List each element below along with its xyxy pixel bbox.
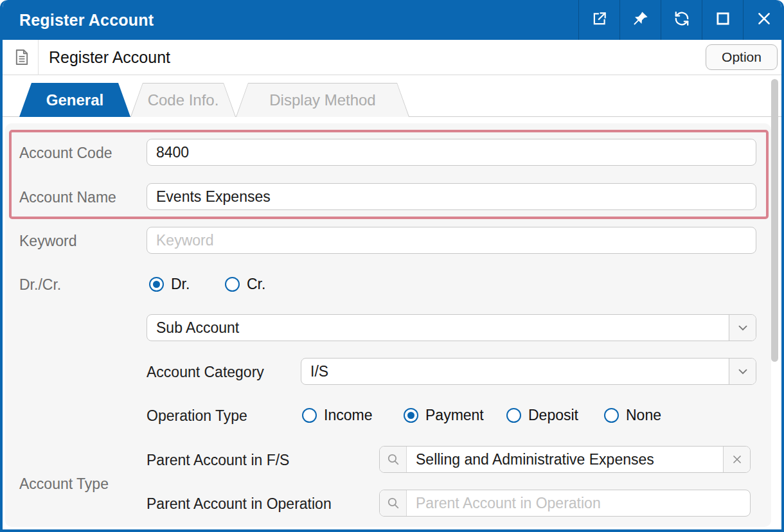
radio-payment-circle — [404, 408, 418, 423]
tab-display-method[interactable]: Display Method — [236, 83, 409, 117]
account-code-field-box — [147, 139, 756, 166]
chevron-down-icon — [729, 315, 756, 341]
radio-dr-circle — [149, 277, 164, 292]
pin-button[interactable] — [619, 0, 661, 40]
radio-deposit-label: Deposit — [528, 407, 578, 424]
window-controls — [578, 0, 784, 40]
page-header: Register Account Option — [3, 40, 781, 75]
register-account-window: Register Account — [0, 0, 784, 532]
tab-bar: General Code Info. Display Method — [3, 76, 781, 117]
keyword-label: Keyword — [19, 233, 76, 250]
chevron-down-icon — [729, 359, 756, 384]
title-bar: Register Account — [0, 0, 784, 40]
radio-income[interactable]: Income — [302, 407, 372, 424]
account-name-label: Account Name — [19, 189, 116, 206]
maximize-icon — [715, 10, 731, 30]
sub-account-dropdown-value: Sub Account — [147, 319, 729, 337]
window-title: Register Account — [19, 11, 154, 30]
open-new-window-button[interactable] — [578, 0, 619, 40]
close-icon — [756, 10, 772, 30]
radio-income-label: Income — [324, 407, 372, 424]
general-tab-content: Account Code Account Name Keyword Dr./Cr… — [3, 117, 781, 529]
tab-general[interactable]: General — [19, 83, 130, 117]
radio-dr[interactable]: Dr. — [149, 276, 190, 293]
account-category-dropdown-value: I/S — [301, 363, 729, 380]
parent-account-operation-label: Parent Account in Operation — [147, 495, 332, 513]
radio-cr[interactable]: Cr. — [225, 276, 265, 293]
open-new-window-icon — [591, 10, 608, 30]
account-name-input[interactable] — [147, 184, 756, 209]
keyword-field-box — [147, 227, 756, 254]
option-button[interactable]: Option — [706, 44, 778, 70]
search-icon — [380, 490, 407, 516]
refresh-icon — [673, 10, 690, 30]
maximize-button[interactable] — [702, 0, 743, 40]
keyword-input[interactable] — [147, 227, 756, 253]
radio-payment[interactable]: Payment — [404, 407, 484, 424]
radio-deposit-circle — [506, 408, 521, 423]
close-button[interactable] — [743, 0, 784, 40]
account-type-label: Account Type — [19, 475, 109, 493]
parent-account-operation-input[interactable] — [407, 490, 750, 516]
account-category-dropdown[interactable]: I/S — [301, 358, 756, 385]
account-name-field-box — [147, 183, 756, 210]
tab-display-method-label: Display Method — [269, 91, 375, 109]
radio-cr-circle — [225, 277, 240, 292]
radio-cr-label: Cr. — [247, 276, 265, 293]
parent-account-fs-field-box — [379, 446, 751, 473]
tab-general-label: General — [46, 91, 103, 109]
clear-icon[interactable] — [723, 447, 750, 472]
radio-deposit[interactable]: Deposit — [506, 407, 578, 424]
parent-account-operation-field-box — [379, 490, 751, 517]
vertical-scrollbar-thumb[interactable] — [771, 79, 778, 362]
parent-account-fs-input[interactable] — [407, 447, 723, 472]
account-code-input[interactable] — [147, 139, 756, 165]
radio-payment-label: Payment — [425, 407, 484, 424]
radio-none-circle — [604, 408, 619, 423]
document-icon — [13, 48, 31, 66]
tab-code-info[interactable]: Code Info. — [130, 83, 236, 117]
search-icon — [380, 447, 407, 472]
account-category-label: Account Category — [147, 364, 264, 381]
pin-icon — [632, 10, 649, 30]
header-divider — [38, 40, 39, 75]
account-code-label: Account Code — [19, 145, 112, 162]
radio-income-circle — [302, 408, 317, 423]
sub-account-dropdown[interactable]: Sub Account — [147, 314, 756, 341]
radio-none[interactable]: None — [604, 407, 661, 424]
radio-none-label: None — [626, 407, 661, 424]
parent-account-fs-label: Parent Account in F/S — [147, 452, 289, 469]
radio-dr-label: Dr. — [171, 276, 190, 293]
page-title: Register Account — [49, 48, 170, 67]
tab-code-info-label: Code Info. — [148, 91, 219, 109]
refresh-button[interactable] — [661, 0, 702, 40]
